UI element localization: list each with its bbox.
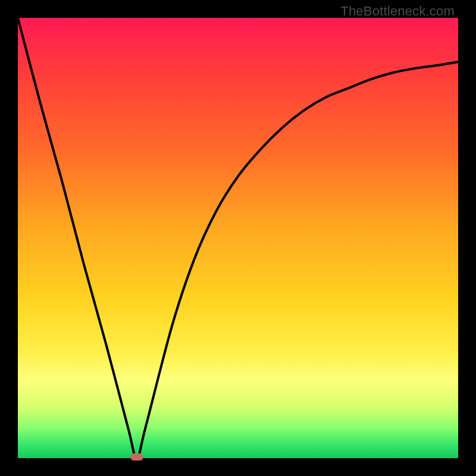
chart-min-marker [130,453,143,461]
chart-frame [18,18,458,458]
chart-curve-svg [18,18,458,458]
watermark-text: TheBottleneck.com [340,4,455,19]
chart-curve-path [18,18,458,458]
